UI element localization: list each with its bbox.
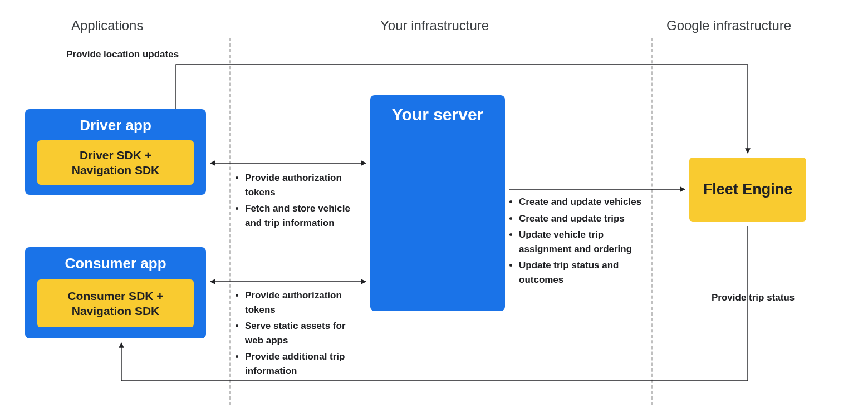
fleet-engine-title: Fleet Engine <box>689 158 806 222</box>
consumer-app-title: Consumer app <box>25 255 206 272</box>
top-edge-label: Provide location updates <box>66 49 179 60</box>
note-item: Update trip status and outcomes <box>519 258 654 287</box>
note-item: Provide additional trip information <box>245 350 360 378</box>
note-item: Provide authorization tokens <box>245 288 360 317</box>
note-item: Create and update trips <box>519 212 654 226</box>
driver-sdk-label: Driver SDK + Navigation SDK <box>72 148 160 178</box>
consumer-sdk-label: Consumer SDK + Navigation SDK <box>67 288 163 319</box>
section-your-infra: Your infrastructure <box>380 18 489 33</box>
consumer-sdk-box: Consumer SDK + Navigation SDK <box>37 279 194 327</box>
divider-apps-infra <box>229 38 231 405</box>
server-engine-notes: Create and update vehicles Create and up… <box>509 195 654 289</box>
note-item: Provide authorization tokens <box>245 171 360 199</box>
note-item: Create and update vehicles <box>519 195 654 209</box>
server-title: Your server <box>370 105 505 124</box>
note-item: Serve static assets for web apps <box>245 319 360 347</box>
note-item: Update vehicle trip assignment and order… <box>519 228 654 256</box>
driver-sdk-box: Driver SDK + Navigation SDK <box>37 140 194 185</box>
consumer-app-box: Consumer app Consumer SDK + Navigation S… <box>25 247 206 338</box>
section-applications: Applications <box>71 18 143 33</box>
right-edge-label: Provide trip status <box>712 292 795 303</box>
driver-app-title: Driver app <box>25 117 206 134</box>
section-google-infra: Google infrastructure <box>666 18 791 33</box>
consumer-server-notes: Provide authorization tokens Serve stati… <box>235 288 360 380</box>
driver-app-box: Driver app Driver SDK + Navigation SDK <box>25 109 206 195</box>
note-item: Fetch and store vehicle and trip informa… <box>245 201 360 230</box>
driver-server-notes: Provide authorization tokens Fetch and s… <box>235 171 360 232</box>
server-box: Your server <box>370 95 505 311</box>
fleet-engine-box: Fleet Engine <box>689 158 806 222</box>
